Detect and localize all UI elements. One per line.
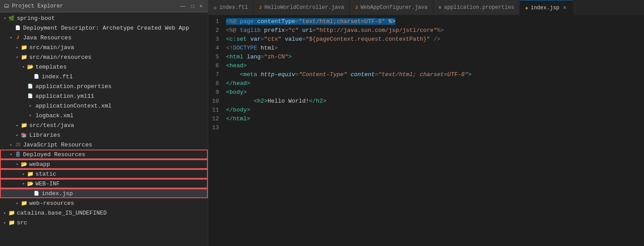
line-number-13: 13 — [208, 123, 226, 132]
tree-label: src/test/java — [29, 122, 74, 129]
tree-label: WEB-INF — [35, 181, 60, 187]
tab-java2-icon: J — [355, 5, 358, 10]
tab-index-jsp[interactable]: ◈ index.jsp × — [520, 0, 573, 15]
line-content-12: </html> — [226, 115, 644, 123]
arrow-web-inf — [20, 181, 27, 186]
tree-item-templates[interactable]: 📂 templates — [0, 62, 208, 72]
tab-close-btn[interactable]: × — [562, 4, 567, 12]
tabs-bar: ◇ index.ftl J HelloWorldController.java … — [208, 0, 644, 15]
toolbar-maximize-btn[interactable]: □ — [189, 3, 196, 10]
tree-item-static[interactable]: 📁 static — [0, 169, 208, 179]
tree-label: web-resources — [29, 200, 74, 207]
line-content-11: </body> — [226, 106, 644, 115]
tree-label: application.properties — [35, 83, 112, 90]
web-inf-icon: 📂 — [27, 180, 34, 187]
code-line-5: 5 <html lang="zh-CN"> — [208, 53, 644, 62]
tree-label: Libraries — [29, 132, 60, 138]
props-icon: 📄 — [27, 83, 34, 90]
code-line-11: 11 </body> — [208, 106, 644, 115]
tree-item-application-yml[interactable]: 📄 application.yml11 — [0, 91, 208, 101]
tree-item-deployment-descriptor[interactable]: 📄 Deployment Descriptor: Archetype Creat… — [0, 23, 208, 33]
tree-item-src-main-resources[interactable]: 📁 src/main/resources — [0, 52, 208, 62]
tree-item-webapp[interactable]: 📂 webapp — [0, 159, 208, 169]
line-number-10: 10 — [208, 97, 226, 106]
tree-label: Deployment Descriptor: Archetype Created… — [23, 25, 189, 31]
tree-item-logback-xml[interactable]: ✕ logback.xml — [0, 111, 208, 120]
tree-item-index-ftl[interactable]: 📄 index.ftl — [0, 72, 208, 81]
templates-icon: 📂 — [27, 63, 34, 70]
tree-item-index-jsp[interactable]: 📄 index.jsp — [0, 188, 208, 198]
code-line-10: 10 <h2>Hello World!</h2> — [208, 97, 644, 106]
line-number-1: 1 — [208, 17, 226, 26]
tree-item-spring-boot[interactable]: 🌿 spring-boot — [0, 13, 208, 23]
tab-helloworld-controller[interactable]: J HelloWorldController.java — [254, 0, 350, 15]
code-line-1: 1 <%@ page contentType="text/html;charse… — [208, 17, 644, 26]
line-number-4: 4 — [208, 44, 226, 53]
tab-index-ftl[interactable]: ◇ index.ftl — [208, 0, 254, 15]
arrow-spring-boot — [2, 16, 8, 21]
tab-jsp-label: index.jsp — [531, 5, 559, 11]
toolbar-minimize-btn[interactable]: — — [179, 3, 187, 10]
code-line-12: 12 </html> — [208, 115, 644, 123]
spring-icon: 🌿 — [8, 15, 15, 22]
tree-item-web-inf[interactable]: 📂 WEB-INF — [0, 179, 208, 188]
arrow-src-main-java — [14, 45, 20, 50]
tree-label: Java Resources — [23, 35, 71, 41]
tree-item-application-properties[interactable]: 📄 application.properties — [0, 81, 208, 91]
tree-item-deployed-resources[interactable]: 🗄 Deployed Resources — [0, 150, 208, 159]
tree-item-catalina[interactable]: 📁 catalina.base_IS_UNDEFINED — [0, 208, 208, 218]
tree-label: application.yml11 — [35, 93, 94, 100]
jsp-icon: 📄 — [33, 190, 40, 197]
tree-item-libraries[interactable]: 📚 Libraries — [0, 130, 208, 140]
code-line-8: 8 </head> — [208, 79, 644, 88]
tree-item-app-context-xml[interactable]: ✕ applicationContext.xml — [0, 101, 208, 111]
arrow-js-resources — [8, 142, 14, 147]
line-content-8: </head> — [226, 79, 644, 88]
arrow-templates — [20, 65, 27, 69]
tree-item-javascript-resources[interactable]: JS JavaScript Resources — [0, 140, 208, 150]
src-icon: 📁 — [8, 219, 15, 226]
src-main-resources-icon: 📁 — [20, 54, 27, 61]
libraries-icon: 📚 — [20, 131, 27, 138]
tree-item-web-resources[interactable]: 📁 web-resources — [0, 198, 208, 208]
tab-props-label: application.properties — [444, 4, 514, 11]
toolbar-close-btn[interactable]: × — [198, 3, 204, 10]
arrow-static — [20, 172, 27, 177]
ftl-icon: 📄 — [33, 73, 40, 80]
tab-java2-label: WebAppConfigurer.java — [361, 4, 428, 11]
line-content-7: <meta http-equiv="Content-Type" content=… — [226, 70, 644, 79]
tree-label: JavaScript Resources — [23, 142, 92, 148]
line-content-3: <c:set var="ctx" value="${pageContext.re… — [226, 35, 644, 44]
tree-label: templates — [35, 64, 66, 70]
panel-header: 🗂 Project Explorer — □ × — [0, 0, 208, 12]
arrow-src — [2, 220, 8, 225]
deployed-icon: 🗄 — [14, 151, 21, 158]
webapp-icon: 📂 — [20, 161, 27, 168]
java-resources-icon: J — [14, 34, 21, 41]
tree-item-src[interactable]: 📁 src — [0, 218, 208, 227]
tree-item-src-test-java[interactable]: 📁 src/test/java — [0, 120, 208, 130]
code-line-2: 2 <%@ taglib prefix="c" uri="http://java… — [208, 26, 644, 35]
web-resources-icon: 📁 — [20, 200, 27, 207]
tab-ftl-icon: ◇ — [214, 5, 217, 11]
code-line-13: 13 — [208, 123, 644, 132]
code-editor[interactable]: 1 <%@ page contentType="text/html;charse… — [208, 15, 644, 246]
tree-label: index.jsp — [42, 190, 73, 197]
tree-item-java-resources[interactable]: J Java Resources — [0, 33, 208, 42]
src-main-java-icon: 📁 — [20, 44, 27, 51]
tab-ftl-label: index.ftl — [219, 4, 248, 11]
tab-webappconfigurer[interactable]: J WebAppConfigurer.java — [350, 0, 433, 15]
arrow-web-resources — [14, 201, 20, 206]
project-tree: 🌿 spring-boot 📄 Deployment Descriptor: A… — [0, 12, 208, 246]
logback-icon: ✕ — [27, 112, 34, 119]
arrow-java-resources — [8, 35, 14, 40]
tree-item-src-main-java[interactable]: 📁 src/main/java — [0, 42, 208, 52]
tree-label: spring-boot — [17, 15, 55, 22]
tree-label: src/main/java — [29, 44, 74, 51]
tree-label: static — [35, 171, 56, 177]
static-icon: 📁 — [27, 170, 34, 177]
tree-label: applicationContext.xml — [35, 103, 112, 109]
tab-java1-icon: J — [259, 5, 262, 10]
tree-label: src/main/resources — [29, 54, 91, 61]
tab-application-properties[interactable]: ≡ application.properties — [433, 0, 520, 15]
